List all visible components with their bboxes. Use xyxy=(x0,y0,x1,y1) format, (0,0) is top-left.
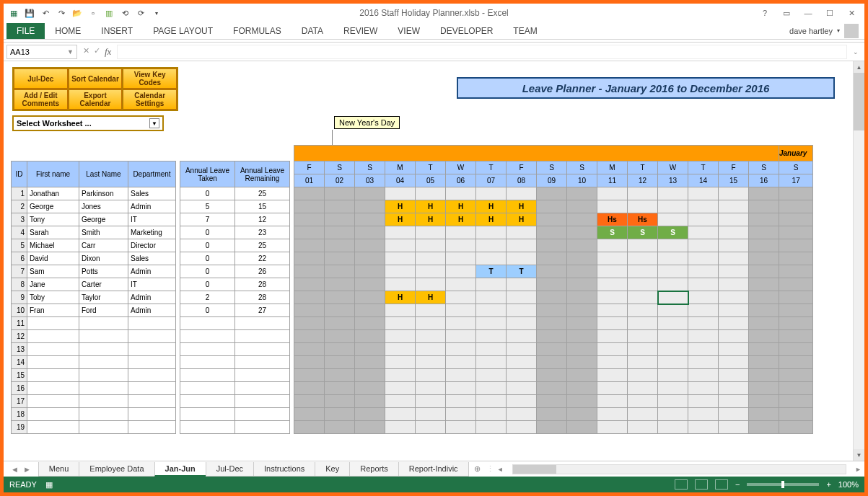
view-break-icon[interactable] xyxy=(715,479,728,490)
cancel-formula-icon[interactable]: ✕ xyxy=(83,46,89,58)
avatar[interactable] xyxy=(844,24,859,38)
minimize-icon[interactable]: — xyxy=(801,9,815,18)
macro-button[interactable]: Sort Calendar xyxy=(69,68,123,89)
name-box-arrow-icon[interactable]: ▼ xyxy=(67,48,74,56)
undo-icon[interactable]: ↶ xyxy=(40,7,51,19)
hscroll-left-icon[interactable]: ◄ xyxy=(494,466,507,473)
sheet-tab[interactable]: Instructions xyxy=(253,462,315,477)
view-normal-icon[interactable] xyxy=(675,479,688,490)
note-arrow xyxy=(332,130,361,146)
sheet-tab[interactable]: Menu xyxy=(38,462,80,477)
ribbon-tab-insert[interactable]: INSERT xyxy=(91,23,143,39)
status-text: READY xyxy=(9,480,37,489)
macro-record-icon[interactable]: ▦ xyxy=(45,480,53,490)
macro-button[interactable]: Export Calendar xyxy=(69,89,123,110)
ribbon-tab-data[interactable]: DATA xyxy=(291,23,333,39)
fx-icon[interactable]: fx xyxy=(105,46,111,58)
month-label: January xyxy=(779,146,813,161)
planner-title: Leave Planner - January 2016 to December… xyxy=(457,77,835,99)
qat-more-icon[interactable]: ▾ xyxy=(151,7,162,19)
ribbon-tab-developer[interactable]: DEVELOPER xyxy=(430,23,503,39)
accept-formula-icon[interactable]: ✓ xyxy=(94,46,100,58)
sheet-tab[interactable]: Key xyxy=(315,462,350,477)
help-icon[interactable]: ? xyxy=(758,9,772,18)
qat-icon-1[interactable]: ▥ xyxy=(103,7,115,19)
sheet-tab[interactable]: Employee Data xyxy=(79,462,154,477)
tab-prev-icon[interactable]: ◄ xyxy=(11,465,19,474)
title-bar: ▦ 💾 ↶ ↷ 📂 ▫ ▥ ⟲ ⟳ ▾ 2016 Staff Holiday P… xyxy=(4,4,864,22)
ribbon-tab-home[interactable]: HOME xyxy=(45,23,91,39)
maximize-icon[interactable]: ☐ xyxy=(823,9,837,18)
ribbon-tab-view[interactable]: VIEW xyxy=(387,23,430,39)
save-icon[interactable]: 💾 xyxy=(24,7,35,19)
tab-next-icon[interactable]: ► xyxy=(23,465,31,474)
formula-input[interactable] xyxy=(117,45,847,59)
ribbon-tab-formulas[interactable]: FORMULAS xyxy=(223,23,291,39)
close-icon[interactable]: ✕ xyxy=(844,9,859,18)
chevron-down-icon: ▼ xyxy=(149,118,159,128)
sheet-tab[interactable]: Report-Indivic xyxy=(398,462,469,477)
qat-icon-3[interactable]: ⟳ xyxy=(135,7,146,19)
new-sheet-icon[interactable]: ⊕ xyxy=(468,464,486,474)
qat-icon-2[interactable]: ⟲ xyxy=(119,7,131,19)
planner-grid[interactable]: JanuaryIDFirst nameLast NameDepartmentAn… xyxy=(11,145,853,434)
user-name[interactable]: dave hartley xyxy=(789,27,833,35)
name-box-value: AA13 xyxy=(10,48,30,56)
zoom-out-icon[interactable]: − xyxy=(735,480,740,489)
vertical-scrollbar[interactable]: ▲ ▼ xyxy=(853,61,864,461)
worksheet-selector[interactable]: Select Worksheet ... ▼ xyxy=(12,115,164,131)
scroll-down-icon[interactable]: ▼ xyxy=(854,449,864,461)
view-layout-icon[interactable] xyxy=(695,479,708,490)
zoom-in-icon[interactable]: + xyxy=(826,480,830,489)
horizontal-scrollbar[interactable] xyxy=(512,464,847,474)
hscroll-right-icon[interactable]: ► xyxy=(852,466,864,473)
sheet-tab[interactable]: Jan-Jun xyxy=(154,462,206,477)
formula-expand-icon[interactable]: ⌄ xyxy=(850,48,862,56)
scroll-thumb[interactable] xyxy=(854,73,864,130)
user-menu-icon[interactable]: ▾ xyxy=(837,27,840,34)
macro-toolbar: Jul-DecSort CalendarView Key CodesAdd / … xyxy=(12,67,178,131)
scroll-up-icon[interactable]: ▲ xyxy=(854,61,864,73)
status-bar: READY ▦ − + 100% xyxy=(4,477,864,492)
open-icon[interactable]: 📂 xyxy=(71,7,83,19)
sheet-tab-strip: ◄ ► MenuEmployee DataJan-JunJul-DecInstr… xyxy=(4,461,864,477)
macro-button[interactable]: Jul-Dec xyxy=(14,68,68,89)
macro-button[interactable]: Add / Edit Comments xyxy=(14,89,68,110)
macro-button[interactable]: View Key Codes xyxy=(123,68,177,89)
ribbon-tab-team[interactable]: TEAM xyxy=(503,23,547,39)
holiday-note: New Year's Day xyxy=(334,116,400,129)
zoom-slider[interactable] xyxy=(747,483,819,486)
new-icon[interactable]: ▫ xyxy=(87,7,99,19)
macro-button[interactable]: Calendar Settings xyxy=(123,89,177,110)
excel-icon: ▦ xyxy=(8,7,19,19)
zoom-level[interactable]: 100% xyxy=(838,480,859,489)
redo-icon[interactable]: ↷ xyxy=(56,7,67,19)
formula-bar: AA13 ▼ ✕ ✓ fx ⌄ xyxy=(4,43,864,61)
ribbon-toggle-icon[interactable]: ▭ xyxy=(779,9,794,18)
worksheet-selector-label: Select Worksheet ... xyxy=(17,119,92,128)
sheet-tab[interactable]: Reports xyxy=(349,462,399,477)
ribbon-tabs: FILE HOMEINSERTPAGE LAYOUTFORMULASDATARE… xyxy=(4,22,864,40)
ribbon-tab-page-layout[interactable]: PAGE LAYOUT xyxy=(143,23,223,39)
sheet-tab[interactable]: Jul-Dec xyxy=(206,462,254,477)
file-tab[interactable]: FILE xyxy=(6,23,45,39)
ribbon-tab-review[interactable]: REVIEW xyxy=(333,23,387,39)
name-box[interactable]: AA13 ▼ xyxy=(6,45,77,59)
